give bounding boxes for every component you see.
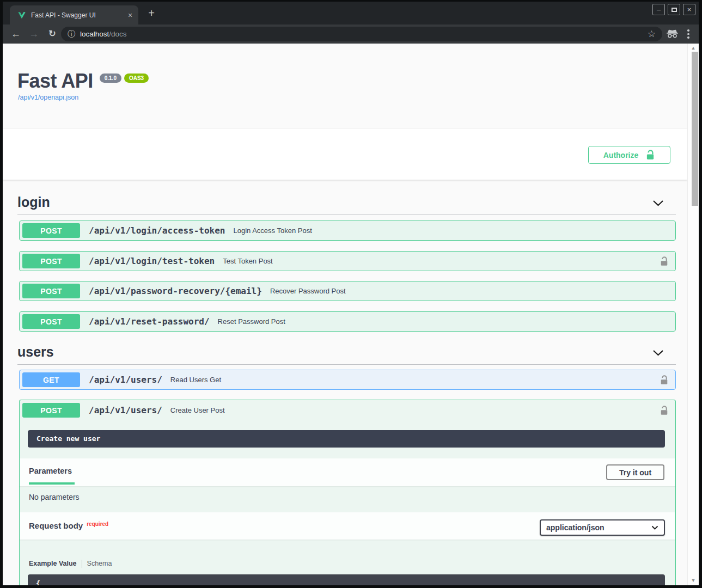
operation-summary: Login Access Token Post — [233, 226, 312, 235]
title-badges: 0.1.0 OAS3 — [100, 74, 149, 83]
operation-row[interactable]: POST /api/v1/password-recovery/{email} R… — [19, 281, 676, 301]
unlock-icon — [645, 149, 655, 161]
operation-summary: Recover Password Post — [270, 287, 346, 295]
method-badge: POST — [22, 223, 80, 238]
chevron-down-icon[interactable] — [652, 350, 664, 356]
content-type-select[interactable]: application/json — [540, 519, 665, 536]
titlebar: Fast API - Swagger UI × + – × — [3, 2, 699, 24]
scrollbar-thumb[interactable] — [692, 52, 698, 206]
maximize-button[interactable] — [668, 4, 680, 15]
operation-description: Create new user — [28, 430, 665, 448]
method-badge: GET — [22, 372, 80, 387]
try-it-out-button[interactable]: Try it out — [606, 464, 664, 480]
new-tab-button[interactable]: + — [144, 6, 158, 20]
browser-window: Fast API - Swagger UI × + – × ← → ↻ ⓘ lo… — [0, 0, 702, 588]
operation-path: /api/v1/login/access-token — [89, 225, 225, 236]
url-host: localhost — [80, 30, 109, 38]
minimize-icon: – — [657, 6, 661, 13]
page-viewport: Fast API 0.1.0 OAS3 /api/v1/openapi.json… — [3, 44, 699, 585]
content-type-value: application/json — [546, 523, 605, 532]
schema-tab[interactable]: Schema — [87, 560, 112, 567]
operation-row[interactable]: POST /api/v1/login/test-token Test Token… — [19, 251, 676, 271]
request-body-text: Request body — [29, 521, 83, 530]
scheme-container: Authorize — [3, 129, 687, 180]
close-icon: × — [687, 6, 692, 13]
example-value-tab[interactable]: Example Value — [29, 560, 77, 567]
version-badge: 0.1.0 — [100, 74, 121, 83]
model-tabs: Example Value Schema — [29, 559, 112, 568]
scroll-down-icon[interactable]: ▼ — [688, 578, 699, 583]
forward-icon[interactable]: → — [27, 24, 41, 44]
operation-row[interactable]: POST /api/v1/users/ Create User Post — [20, 400, 675, 420]
chevron-down-icon[interactable] — [652, 200, 664, 206]
authorize-button[interactable]: Authorize — [588, 146, 670, 164]
tab-separator — [82, 560, 82, 568]
openapi-spec-link[interactable]: /api/v1/openapi.json — [18, 94, 78, 101]
close-button[interactable]: × — [683, 4, 695, 15]
section-header-login[interactable]: login — [17, 193, 676, 215]
tab-title: Fast API - Swagger UI — [31, 11, 125, 19]
operation-path: /api/v1/password-recovery/{email} — [89, 286, 262, 296]
operation-path: /api/v1/login/test-token — [89, 256, 215, 266]
url-text: localhost/docs — [80, 30, 127, 38]
operation-row[interactable]: GET /api/v1/users/ Read Users Get — [19, 370, 676, 390]
request-body-label: Request bodyrequired — [29, 521, 108, 530]
fastapi-favicon-icon — [17, 11, 26, 20]
operation-summary: Read Users Get — [170, 376, 221, 384]
method-badge: POST — [22, 284, 80, 298]
method-badge: POST — [22, 403, 80, 418]
browser-toolbar: ← → ↻ ⓘ localhost/docs ☆ — [3, 24, 699, 44]
parameters-label: Parameters — [29, 467, 72, 475]
parameters-tab-underline — [29, 482, 75, 485]
operation-row[interactable]: POST /api/v1/login/access-token Login Ac… — [19, 220, 676, 241]
operation-path: /api/v1/reset-password/ — [89, 316, 210, 327]
auth-lock-open-icon[interactable] — [660, 375, 669, 385]
no-parameters-text: No parameters — [29, 493, 80, 501]
example-code-block: { — [28, 574, 665, 585]
parameters-header: Parameters Try it out — [20, 458, 675, 486]
incognito-icon — [666, 29, 679, 38]
operation-expanded: POST /api/v1/users/ Create User Post Cre… — [19, 400, 676, 585]
oas3-badge: OAS3 — [124, 74, 149, 83]
method-badge: POST — [22, 314, 80, 329]
maximize-icon — [672, 8, 677, 12]
api-title-block: Fast API 0.1.0 OAS3 — [17, 70, 149, 92]
back-icon[interactable]: ← — [9, 24, 23, 44]
auth-lock-open-icon[interactable] — [660, 256, 669, 267]
scroll-up-icon[interactable]: ▲ — [688, 45, 699, 51]
operation-summary: Create User Post — [170, 406, 225, 414]
section-title: users — [17, 344, 54, 359]
select-chevron-icon — [651, 525, 658, 530]
operation-path: /api/v1/users/ — [89, 405, 162, 415]
tab-close-icon[interactable]: × — [125, 11, 136, 20]
operation-summary: Reset Password Post — [218, 317, 285, 326]
section-header-users[interactable]: users — [17, 343, 676, 365]
operation-summary: Test Token Post — [223, 257, 273, 265]
browser-menu-icon[interactable] — [687, 29, 689, 39]
page-scrollbar[interactable]: ▲ ▼ — [687, 44, 699, 585]
operation-row[interactable]: POST /api/v1/reset-password/ Reset Passw… — [19, 311, 676, 332]
minimize-button[interactable]: – — [652, 4, 665, 15]
browser-tab[interactable]: Fast API - Swagger UI × — [10, 5, 138, 24]
bookmark-star-icon[interactable]: ☆ — [648, 28, 656, 40]
page-title: Fast API — [17, 70, 93, 92]
url-path: /docs — [109, 30, 126, 38]
operation-path: /api/v1/users/ — [89, 375, 162, 385]
auth-lock-open-icon[interactable] — [660, 405, 669, 416]
required-label: required — [87, 521, 108, 527]
reload-icon[interactable]: ↻ — [45, 24, 59, 44]
address-bar[interactable]: ⓘ localhost/docs ☆ — [61, 27, 662, 41]
request-body-header: Request bodyrequired application/json — [20, 512, 675, 540]
window-controls: – × — [652, 4, 695, 15]
site-info-icon[interactable]: ⓘ — [68, 29, 75, 39]
swagger-content: Fast API 0.1.0 OAS3 /api/v1/openapi.json… — [3, 44, 687, 585]
section-title: login — [17, 194, 50, 210]
authorize-label: Authorize — [603, 151, 639, 160]
method-badge: POST — [22, 254, 80, 268]
